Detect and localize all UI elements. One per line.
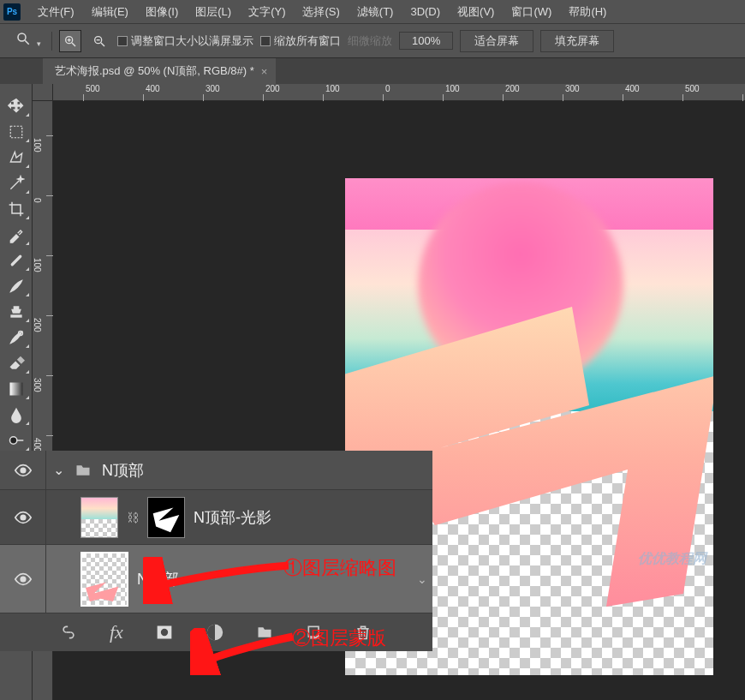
layer-thumbnail[interactable] [80,552,128,607]
tool-preset-icon[interactable]: ▾ [12,29,45,52]
svg-point-17 [21,577,26,582]
svg-rect-10 [9,254,21,266]
menu-help[interactable]: 帮助(H) [560,4,615,20]
link-icon[interactable]: ⛓ [127,511,139,524]
svg-line-3 [72,43,75,46]
layer-thumbnail[interactable] [80,497,118,538]
visibility-icon[interactable] [14,461,33,480]
close-icon[interactable]: × [261,65,268,78]
document-tab-title: 艺术海报.psd @ 50% (N顶部, RGB/8#) * [55,63,254,79]
divider [51,32,52,51]
ruler-horizontal[interactable]: 500 400 300 200 100 0 100 200 300 400 50… [53,84,745,101]
layer-name[interactable]: N顶部 [137,569,179,589]
watermark: 优优教程网 [638,550,706,568]
visibility-icon[interactable] [14,570,33,589]
ruler-corner [33,84,53,101]
history-brush-tool[interactable] [2,326,31,350]
svg-rect-11 [10,314,21,317]
menu-edit[interactable]: 编辑(E) [83,4,137,20]
layer-name[interactable]: N顶部-光影 [194,507,271,528]
zoom-in-button[interactable] [59,30,81,52]
chevron-down-icon[interactable]: ⌄ [417,572,427,586]
layer-row[interactable]: ⛓ N顶部-光影 [0,490,432,545]
adjustment-layer-button[interactable] [206,623,224,642]
svg-point-19 [161,629,168,636]
resize-window-label: 调整窗口大小以满屏显示 [131,33,253,49]
crop-tool[interactable] [2,197,31,221]
brush-tool[interactable] [2,274,31,298]
svg-line-7 [101,43,104,46]
dropdown-arrow-icon: ▾ [37,39,41,48]
svg-rect-21 [308,626,319,637]
layers-panel-footer: fx [0,613,432,651]
fit-screen-button[interactable]: 适合屏幕 [460,30,533,52]
svg-point-16 [21,515,26,520]
zoom-all-checkbox[interactable]: 缩放所有窗口 [260,33,341,49]
menu-3d[interactable]: 3D(D) [402,5,449,18]
document-tab[interactable]: 艺术海报.psd @ 50% (N顶部, RGB/8#) * × [43,58,276,84]
menu-select[interactable]: 选择(S) [294,4,348,20]
svg-point-15 [21,468,26,473]
chevron-down-icon[interactable]: ⌄ [53,462,64,478]
menu-file[interactable]: 文件(F) [29,4,83,20]
new-group-button[interactable] [255,624,274,641]
menu-image[interactable]: 图像(I) [137,4,187,20]
options-bar: ▾ 调整窗口大小以满屏显示 缩放所有窗口 细微缩放 100% 适合屏幕 填充屏幕 [0,24,745,58]
gradient-tool[interactable] [2,377,31,401]
layer-fx-button[interactable]: fx [110,621,123,643]
document-tab-bar: 艺术海报.psd @ 50% (N顶部, RGB/8#) * × [0,58,745,84]
menu-filter[interactable]: 滤镜(T) [349,4,402,20]
marquee-tool[interactable] [2,120,31,144]
checkbox-icon [117,36,128,46]
eraser-tool[interactable] [2,351,31,375]
zoom-out-button[interactable] [88,30,110,52]
layer-row-selected[interactable]: N顶部 ⌄ [0,545,432,613]
eyedropper-tool[interactable] [2,223,31,247]
delete-layer-button[interactable] [355,623,372,642]
svg-line-1 [25,40,29,45]
dodge-tool[interactable] [2,428,31,452]
app-logo: Ps [3,3,21,21]
blur-tool[interactable] [2,403,31,427]
svg-rect-13 [9,383,22,396]
resize-window-checkbox[interactable]: 调整窗口大小以满屏显示 [117,33,253,49]
add-mask-button[interactable] [154,624,175,641]
link-layers-button[interactable] [58,624,79,641]
lasso-tool[interactable] [2,146,31,170]
menu-view[interactable]: 视图(V) [449,4,503,20]
layer-group-row[interactable]: ⌄ N顶部 [0,451,432,490]
menu-layer[interactable]: 图层(L) [187,4,240,20]
layer-mask-thumbnail[interactable] [147,497,185,538]
svg-point-0 [18,33,26,41]
svg-point-14 [9,437,16,444]
healing-brush-tool[interactable] [2,248,31,272]
zoom-100-button[interactable]: 100% [399,32,453,50]
svg-rect-9 [10,126,22,138]
new-layer-button[interactable] [305,624,324,641]
magic-wand-tool[interactable] [2,171,31,195]
layer-group-name[interactable]: N顶部 [102,460,144,481]
layers-panel: ⌄ N顶部 ⛓ N顶部-光影 N顶部 ⌄ [0,451,432,651]
move-tool[interactable] [2,94,31,118]
menu-window[interactable]: 窗口(W) [503,4,560,20]
fill-screen-button[interactable]: 填充屏幕 [540,30,614,52]
scrubby-zoom-label: 细微缩放 [348,33,392,49]
menu-bar: Ps 文件(F) 编辑(E) 图像(I) 图层(L) 文字(Y) 选择(S) 滤… [0,0,745,24]
folder-icon [73,462,93,479]
visibility-icon[interactable] [14,508,33,527]
clone-stamp-tool[interactable] [2,300,31,324]
zoom-all-label: 缩放所有窗口 [274,33,341,49]
menu-type[interactable]: 文字(Y) [240,4,294,20]
checkbox-icon [260,36,271,46]
